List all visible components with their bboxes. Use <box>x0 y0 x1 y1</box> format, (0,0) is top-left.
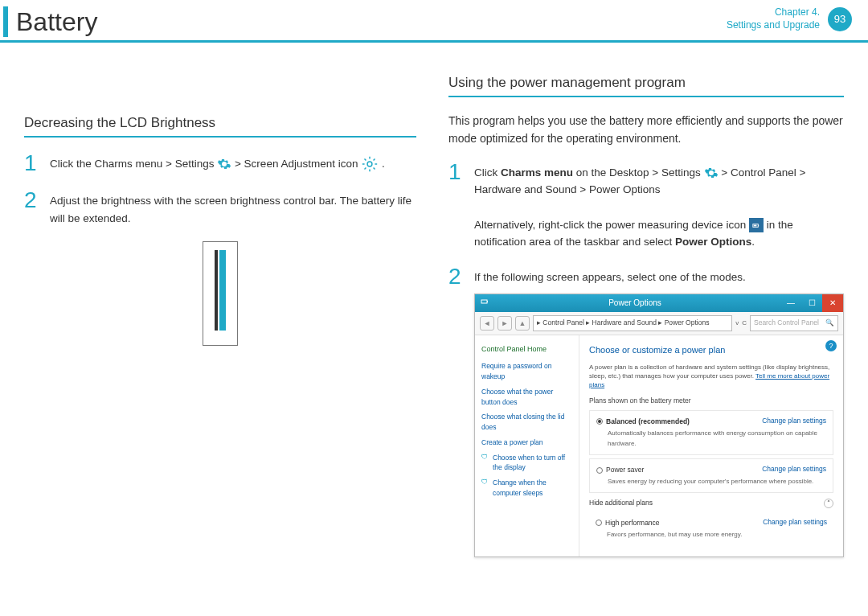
nav-up-button[interactable]: ▲ <box>515 316 530 331</box>
power-options-screenshot: Power Options — ☐ ✕ ◄ ► ▲ ▸ Control Pane… <box>474 294 844 557</box>
power-meter-taskbar-icon <box>749 218 764 232</box>
search-icon: 🔍 <box>825 318 834 329</box>
sidebar: Control Panel Home Require a password on… <box>475 335 579 556</box>
nav-back-button[interactable]: ◄ <box>480 316 494 331</box>
power-plan-high: High performance Change plan settings Fa… <box>589 512 833 545</box>
power-plan-saver: Power saver Change plan settings Saves e… <box>589 458 833 493</box>
sidebar-link[interactable]: Create a power plan <box>481 437 572 448</box>
sidebar-link[interactable]: Choose what closing the lid does <box>481 412 572 433</box>
page-number-badge: 93 <box>828 7 852 31</box>
main-description: A power plan is a collection of hardware… <box>589 363 833 390</box>
change-plan-link[interactable]: Change plan settings <box>763 517 827 528</box>
settings-gear-icon <box>217 157 231 171</box>
chapter-line-2: Settings and Upgrade <box>727 19 820 32</box>
close-button[interactable]: ✕ <box>822 294 843 312</box>
sidebar-link[interactable]: Require a password on wakeup <box>481 361 572 382</box>
brightness-sun-icon <box>361 155 379 173</box>
svg-rect-12 <box>481 300 487 303</box>
slider-track <box>215 250 218 331</box>
svg-rect-11 <box>754 224 757 226</box>
hide-plans-row[interactable]: Hide additional plans ˄ <box>589 498 833 509</box>
section-heading-power: Using the power management program <box>448 75 844 97</box>
step-number: 2 <box>24 189 40 227</box>
step-body: Adjust the brightness with the screen br… <box>50 189 416 227</box>
main-heading: Choose or customize a power plan <box>589 343 833 358</box>
text: on the Desktop <box>573 166 652 179</box>
plan-description: Saves energy by reducing your computer's… <box>596 477 826 487</box>
sidebar-link[interactable]: 🛡Change when the computer sleeps <box>481 478 572 499</box>
sidebar-link[interactable]: 🛡Choose when to turn off the display <box>481 453 572 474</box>
window-body: Control Panel Home Require a password on… <box>475 335 843 556</box>
settings-gear-icon <box>704 166 719 180</box>
text: Charms menu > Settings <box>92 158 217 170</box>
hide-label: Hide additional plans <box>589 498 653 509</box>
intro-paragraph: This program helps you use the battery m… <box>448 112 844 148</box>
change-plan-link[interactable]: Change plan settings <box>762 464 826 475</box>
brightness-slider-illustration <box>203 241 238 346</box>
svg-point-0 <box>367 162 372 167</box>
breadcrumb-path[interactable]: ▸ Control Panel ▸ Hardware and Sound ▸ P… <box>533 315 732 331</box>
help-icon[interactable]: ? <box>825 340 837 351</box>
header-left: Battery <box>3 6 97 37</box>
text-bold: Charms menu <box>501 166 573 179</box>
address-bar-row: ◄ ► ▲ ▸ Control Panel ▸ Hardware and Sou… <box>475 312 843 335</box>
left-step-2: 2 Adjust the brightness with the screen … <box>24 189 416 227</box>
plan-description: Automatically balances performance with … <box>596 429 826 450</box>
text: > Screen Adjustment icon <box>235 158 361 170</box>
svg-line-5 <box>365 159 366 161</box>
chapter-line-1: Chapter 4. <box>727 6 820 19</box>
maximize-button[interactable]: ☐ <box>801 294 822 312</box>
text: . <box>751 236 755 248</box>
text: . <box>382 158 385 170</box>
header-accent-bar <box>3 6 8 37</box>
plan-description: Favors performance, but may use more ene… <box>596 530 827 540</box>
step-number: 2 <box>448 265 465 558</box>
minimize-button[interactable]: — <box>780 294 801 312</box>
step-body: If the following screen appears, select … <box>474 265 844 558</box>
left-step-1: 1 Click the Charms menu > Settings > Scr… <box>24 152 416 175</box>
svg-line-7 <box>365 168 366 170</box>
sidebar-link[interactable]: Choose what the power button does <box>481 387 572 408</box>
slider-fill <box>219 250 226 331</box>
shield-icon: 🛡 <box>481 478 488 499</box>
nav-forward-button[interactable]: ► <box>497 316 512 331</box>
search-box[interactable]: Search Control Panel 🔍 <box>750 315 838 331</box>
left-column: Decreasing the LCD Brightness 1 Click th… <box>24 75 416 572</box>
window-titlebar: Power Options — ☐ ✕ <box>475 294 843 312</box>
text-bold: Power Options <box>675 236 751 248</box>
page-title: Battery <box>16 7 97 37</box>
svg-rect-13 <box>487 301 488 302</box>
radio-unselected[interactable] <box>596 519 602 526</box>
section-heading-lcd: Decreasing the LCD Brightness <box>24 115 416 138</box>
text: Alternatively, right-click the power mea… <box>474 219 749 231</box>
window-buttons: — ☐ ✕ <box>780 294 843 312</box>
plans-subheading: Plans shown on the battery meter <box>589 396 833 407</box>
chevron-up-icon: ˄ <box>824 499 833 508</box>
battery-titlebar-icon <box>480 297 489 310</box>
text: Click the <box>50 158 92 170</box>
step-body: Click Charms menu on the Desktop > Setti… <box>474 161 844 251</box>
change-plan-link[interactable]: Change plan settings <box>762 416 826 427</box>
chapter-label: Chapter 4. Settings and Upgrade <box>727 6 820 31</box>
text: If the following screen appears, select … <box>474 269 844 286</box>
content-columns: Decreasing the LCD Brightness 1 Click th… <box>0 43 868 572</box>
radio-unselected[interactable] <box>596 467 603 474</box>
plan-name: High performance <box>605 519 660 527</box>
plan-name: Balanced (recommended) <box>606 417 690 425</box>
svg-line-8 <box>374 159 375 161</box>
text: Click <box>474 166 501 179</box>
radio-selected[interactable] <box>596 418 603 425</box>
shield-icon: 🛡 <box>481 453 488 474</box>
step-number: 1 <box>448 161 465 251</box>
sidebar-heading: Control Panel Home <box>481 343 572 355</box>
page-header: Battery Chapter 4. Settings and Upgrade … <box>0 0 868 43</box>
plan-name: Power saver <box>606 466 644 474</box>
right-step-2: 2 If the following screen appears, selec… <box>448 265 844 558</box>
search-placeholder: Search Control Panel <box>754 318 819 329</box>
step-body: Click the Charms menu > Settings > Scree… <box>50 152 385 175</box>
right-column: Using the power management program This … <box>448 75 844 572</box>
right-step-1: 1 Click Charms menu on the Desktop > Set… <box>448 161 844 251</box>
power-plan-balanced: Balanced (recommended) Change plan setti… <box>589 410 833 455</box>
step-number: 1 <box>24 152 40 175</box>
svg-line-6 <box>374 168 375 170</box>
